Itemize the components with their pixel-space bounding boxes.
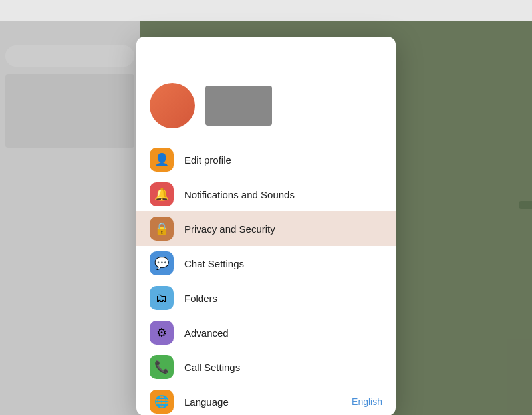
menu-item-call-settings[interactable]: 📞Call Settings [136,350,396,384]
menu-icon-folders: 🗂 [150,286,174,310]
menu-item-notifications[interactable]: 🔔Notifications and Sounds [136,177,396,211]
menu-label-language: Language [184,396,341,408]
menu-label-edit-profile: Edit profile [184,154,382,166]
title-bar [0,0,532,21]
menu-label-advanced: Advanced [184,327,382,339]
minimize-button[interactable] [438,0,468,21]
maximize-button[interactable] [468,0,499,21]
menu-icon-edit-profile: 👤 [150,148,174,172]
menu-icon-language: 🌐 [150,390,174,414]
menu-item-chat-settings[interactable]: 💬Chat Settings [136,246,396,281]
menu-icon-advanced: ⚙ [150,321,174,345]
menu-icon-privacy: 🔒 [150,217,174,241]
menu-item-privacy[interactable]: 🔒Privacy and Security [136,211,396,246]
menu-item-folders[interactable]: 🗂Folders [136,281,396,315]
profile-name-placeholder [205,86,272,126]
close-modal-button[interactable] [361,49,382,70]
menu-label-chat-settings: Chat Settings [184,258,382,269]
menu-label-call-settings: Call Settings [184,362,382,373]
profile-section [136,78,396,142]
avatar[interactable] [150,83,195,128]
menu-item-edit-profile[interactable]: 👤Edit profile [136,142,396,177]
settings-modal: 👤Edit profile🔔Notifications and Sounds🔒P… [136,37,396,415]
close-window-button[interactable] [499,0,529,21]
menu-icon-chat-settings: 💬 [150,251,174,275]
menu-list: 👤Edit profile🔔Notifications and Sounds🔒P… [136,142,396,415]
menu-value-language: English [352,396,382,407]
modal-header [136,37,396,78]
menu-item-language[interactable]: 🌐LanguageEnglish [136,384,396,415]
menu-icon-call-settings: 📞 [150,355,174,379]
menu-label-privacy: Privacy and Security [184,223,382,235]
messaging-badge [519,201,532,209]
menu-label-folders: Folders [184,293,382,304]
more-options-button[interactable] [334,49,356,70]
menu-icon-notifications: 🔔 [150,182,174,206]
menu-label-notifications: Notifications and Sounds [184,189,382,200]
modal-header-actions [334,49,382,70]
menu-item-advanced[interactable]: ⚙Advanced [136,315,396,350]
